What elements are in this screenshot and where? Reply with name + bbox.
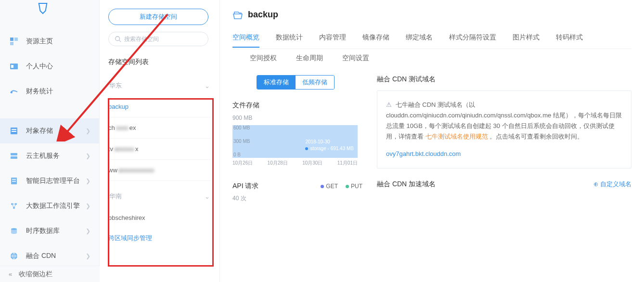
nav-label: 大数据工作流引擎 [26, 202, 86, 210]
tab-overview[interactable]: 空间概览 [232, 30, 259, 48]
nav-finance[interactable]: 财务统计 [0, 79, 99, 104]
chart-x-axis: 10月26日 10月28日 10月30日 11月01日 [232, 160, 358, 167]
logo [0, 0, 99, 15]
nav-tsdb[interactable]: 时序数据库 ❯ [0, 218, 99, 244]
search-icon [115, 36, 121, 42]
cdn-accel-title: 融合 CDN 加速域名 [377, 180, 436, 189]
server-icon [9, 151, 19, 161]
tabs-row1: 空间概览 数据统计 内容管理 镜像存储 绑定域名 样式分隔符设置 图片样式 转码… [232, 30, 631, 49]
collapse-label: 收缩侧边栏 [19, 270, 52, 279]
chevron-right-icon: ❯ [86, 203, 90, 209]
nav-label: 资源主页 [26, 37, 90, 46]
nav-log-platform[interactable]: 智能日志管理平台 ❯ [0, 168, 99, 193]
svg-rect-2 [10, 42, 13, 45]
nav-label: 财务统计 [26, 87, 90, 96]
bucket-name: ch [108, 124, 115, 131]
cdn-test-note: ⚠ 七牛融合 CDN 测试域名（以 clouddn.com/qiniucdn.c… [377, 90, 631, 168]
svg-rect-7 [12, 129, 16, 130]
chevron-right-icon: ❯ [86, 228, 90, 234]
collapse-sidebar[interactable]: « 收缩侧边栏 [0, 266, 100, 282]
nav-cloud-server[interactable]: 云主机服务 ❯ [0, 143, 99, 168]
plus-icon: ⊕ [593, 180, 600, 188]
log-icon [9, 176, 19, 186]
toggle-standard[interactable]: 标准存储 [257, 76, 296, 89]
svg-rect-8 [12, 131, 16, 132]
bucket-item-backup[interactable]: backup [108, 96, 211, 117]
file-storage-current: 900 MB [232, 115, 362, 121]
nav-label: 个人中心 [26, 62, 90, 71]
bucket-title: backup [248, 10, 278, 20]
chevron-down-icon: ⌄ [205, 193, 210, 200]
nav-label: 融合 CDN [26, 252, 86, 260]
tab-domain[interactable]: 绑定域名 [406, 30, 433, 48]
svg-rect-0 [10, 38, 13, 41]
tab-settings[interactable]: 空间设置 [342, 54, 369, 63]
chevron-left-icon: « [9, 270, 12, 278]
nav-object-storage[interactable]: 对象存储 ❯ [0, 118, 99, 143]
cross-region-sync[interactable]: 跨区域同步管理 [108, 234, 211, 243]
svg-line-20 [119, 40, 121, 42]
search-placeholder: 搜索存储空间 [124, 35, 159, 43]
home-icon [9, 36, 19, 47]
api-count: 40 次 [232, 194, 362, 203]
bucket-name: ww [108, 167, 117, 174]
bucket-name: tv [108, 145, 113, 153]
cdn-rule-link[interactable]: 七牛测试域名使用规范 [425, 133, 488, 140]
tab-image-style[interactable]: 图片样式 [513, 30, 540, 48]
region-east[interactable]: 华东 ⌄ [108, 75, 211, 96]
tab-stats[interactable]: 数据统计 [276, 30, 303, 48]
nav-bigdata[interactable]: 大数据工作流引擎 ❯ [0, 193, 99, 218]
bucket-name: bbscheshirex [108, 214, 145, 221]
tab-auth[interactable]: 空间授权 [250, 54, 277, 63]
bucket-item[interactable]: wwwxxxxxxxxxx [108, 160, 211, 181]
bucket-item[interactable]: bbscheshirex [108, 207, 211, 228]
chevron-right-icon: ❯ [86, 128, 90, 134]
svg-point-19 [116, 37, 120, 41]
nav-resource-home[interactable]: 资源主页 [0, 29, 99, 54]
tab-mirror[interactable]: 镜像存储 [362, 30, 389, 48]
warning-icon: ⚠ [386, 101, 392, 108]
tab-transcode[interactable]: 转码样式 [556, 30, 583, 48]
storage-icon [9, 126, 19, 136]
tab-lifecycle[interactable]: 生命周期 [296, 54, 323, 63]
bucket-item[interactable]: chxxxxex [108, 117, 211, 139]
add-custom-domain[interactable]: ⊕ 自定义域名 [593, 180, 631, 189]
nav-label: 时序数据库 [26, 227, 86, 235]
bucket-item[interactable]: tvwxxxxxx [108, 139, 211, 160]
cdn-test-domain-link[interactable]: ovy7gahrt.bkt.clouddn.com [386, 150, 461, 157]
svg-rect-4 [11, 65, 13, 68]
toggle-lowfreq[interactable]: 低频存储 [296, 76, 334, 89]
svg-point-5 [11, 91, 13, 93]
region-south[interactable]: 华南 ⌄ [108, 186, 211, 207]
brand-icon [38, 3, 48, 14]
finance-icon [9, 86, 19, 97]
storage-type-toggle: 标准存储 低频存储 [257, 75, 335, 90]
nav-label: 智能日志管理平台 [26, 177, 86, 185]
new-bucket-button[interactable]: 新建存储空间 [108, 9, 208, 25]
nav-spacer [0, 104, 99, 118]
svg-rect-13 [12, 181, 16, 182]
tab-content[interactable]: 内容管理 [319, 30, 346, 48]
bigdata-icon [9, 201, 19, 211]
api-requests-title: API 请求 [232, 182, 258, 191]
bucket-icon [232, 10, 243, 20]
ytick-600: 600 MB [233, 125, 250, 130]
search-bucket-input[interactable]: 搜索存储空间 [108, 32, 208, 46]
bucket-list-title: 存储空间列表 [108, 58, 211, 66]
chart-tooltip: 2018-10-30 storage - 691.43 MB [305, 139, 354, 152]
chevron-right-icon: ❯ [86, 178, 90, 184]
bucket-name: backup [108, 103, 129, 110]
cdn-icon [9, 251, 19, 261]
user-icon [9, 61, 19, 72]
svg-rect-12 [12, 179, 16, 180]
button-label: 新建存储空间 [140, 13, 177, 21]
nav-cdn[interactable]: 融合 CDN ❯ [0, 244, 99, 269]
nav-personal-center[interactable]: 个人中心 [0, 54, 99, 79]
tab-separator[interactable]: 样式分隔符设置 [449, 30, 496, 48]
ytick-0: 0 B [233, 152, 241, 157]
svg-rect-9 [11, 153, 17, 155]
chevron-down-icon: ⌄ [205, 82, 210, 90]
api-legend: GET PUT [321, 183, 362, 190]
svg-rect-1 [14, 38, 18, 41]
nav-label: 对象存储 [26, 127, 86, 135]
